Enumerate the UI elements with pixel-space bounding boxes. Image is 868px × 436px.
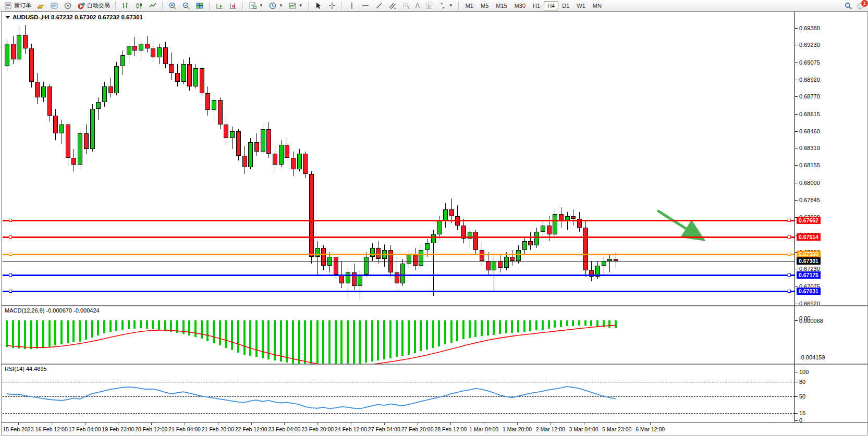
candle-bearish bbox=[449, 209, 454, 216]
timeframe-button-h4[interactable]: H4 bbox=[544, 1, 558, 10]
auto-scroll-button[interactable] bbox=[213, 1, 226, 11]
line-handle[interactable] bbox=[9, 219, 12, 222]
timeframe-button-h1[interactable]: H1 bbox=[529, 1, 544, 10]
zoom-in-button[interactable] bbox=[166, 1, 179, 11]
candle-wick bbox=[609, 254, 610, 272]
line-handle[interactable] bbox=[9, 290, 12, 293]
trendline-tool-button[interactable] bbox=[372, 1, 386, 11]
text-tool-icon: A bbox=[415, 2, 420, 9]
new-order-icon bbox=[4, 2, 13, 10]
chart-shift-button[interactable] bbox=[226, 1, 240, 11]
mt-terminal-window: 新订单 自动交易 bbox=[0, 0, 868, 436]
horizontal-line[interactable] bbox=[3, 220, 794, 221]
horizontal-line-tool-button[interactable] bbox=[359, 1, 372, 11]
zoom-out-button[interactable] bbox=[179, 1, 193, 11]
time-axis[interactable]: 15 Feb 202316 Feb 12:0017 Feb 04:0019 Fe… bbox=[2, 422, 867, 435]
candle-bearish bbox=[175, 73, 180, 82]
price-axis-label: 0.68615 bbox=[799, 111, 820, 117]
line-handle[interactable] bbox=[9, 273, 12, 277]
new-order-button[interactable]: 新订单 bbox=[2, 1, 34, 11]
line-handle[interactable] bbox=[788, 273, 791, 277]
toolbar-separator bbox=[242, 2, 243, 10]
candle-bearish bbox=[486, 261, 491, 270]
timeframe-button-m15[interactable]: M15 bbox=[492, 1, 510, 10]
crosshair-tool-button[interactable] bbox=[325, 1, 339, 11]
chart-shift-icon bbox=[229, 2, 237, 10]
timeframe-button-w1[interactable]: W1 bbox=[573, 1, 589, 10]
time-axis-tick bbox=[384, 423, 385, 425]
channel-tool-button[interactable]: E bbox=[386, 1, 399, 11]
horizontal-line[interactable] bbox=[3, 236, 794, 238]
label-tool-button[interactable]: T bbox=[422, 1, 436, 11]
data-window-icon bbox=[50, 2, 58, 10]
timeframe-button-m1[interactable]: M1 bbox=[462, 1, 477, 10]
text-tool-button[interactable]: A bbox=[413, 1, 422, 10]
time-axis-tick bbox=[584, 423, 584, 425]
search-icon[interactable] bbox=[844, 2, 852, 10]
bar-chart-button[interactable] bbox=[119, 1, 132, 11]
candle-bullish bbox=[139, 44, 143, 51]
candle-bearish bbox=[169, 64, 174, 73]
time-axis-label: 21 Feb 04:00 bbox=[168, 426, 201, 432]
new-chart-button[interactable]: ▼ bbox=[246, 1, 266, 11]
vertical-line-tool-button[interactable] bbox=[345, 1, 359, 11]
candle-wick bbox=[232, 127, 233, 149]
candle-bullish bbox=[516, 250, 521, 261]
timeframe-button-d1[interactable]: D1 bbox=[558, 1, 573, 10]
tile-windows-button[interactable] bbox=[193, 1, 206, 11]
template-button[interactable]: ▼ bbox=[286, 1, 305, 11]
chat-notification-icon[interactable]: 1 bbox=[857, 2, 865, 10]
navigator-button[interactable] bbox=[61, 1, 75, 11]
price-axis-tick bbox=[795, 148, 798, 148]
main-toolbar: 新订单 自动交易 bbox=[0, 0, 868, 11]
candle-bullish bbox=[504, 257, 509, 268]
horizontal-line[interactable] bbox=[3, 254, 794, 255]
time-axis-label: 28 Feb 12:00 bbox=[434, 426, 467, 432]
market-watch-button[interactable] bbox=[34, 1, 47, 11]
price-axis-tick bbox=[795, 28, 798, 29]
fibonacci-tool-button[interactable]: F bbox=[399, 1, 413, 11]
line-handle[interactable] bbox=[788, 235, 791, 239]
current-price-tag: 0.67301 bbox=[797, 257, 821, 265]
period-button[interactable]: ▼ bbox=[266, 1, 286, 11]
line-chart-button[interactable] bbox=[146, 1, 160, 11]
candle-bullish bbox=[90, 109, 95, 149]
line-handle[interactable] bbox=[788, 219, 791, 222]
rsi-line bbox=[2, 365, 794, 422]
time-axis-tick bbox=[517, 423, 518, 425]
macd-panel[interactable]: MACD(12,26,9) -0.000670 -0.000424 0.000.… bbox=[2, 306, 867, 364]
candle-bullish bbox=[59, 124, 64, 133]
horizontal-line[interactable] bbox=[3, 275, 794, 276]
cursor-tool-button[interactable] bbox=[312, 1, 325, 11]
line-handle[interactable] bbox=[788, 290, 791, 293]
horizontal-line[interactable] bbox=[3, 291, 794, 292]
channel-sub-glyph: E bbox=[394, 6, 396, 9]
line-handle[interactable] bbox=[9, 235, 12, 239]
line-handle[interactable] bbox=[788, 253, 791, 256]
time-axis-label: 22 Feb 12:00 bbox=[235, 426, 267, 432]
arrows-tool-button[interactable]: ▼ bbox=[436, 1, 456, 11]
time-axis-label: 5 Mar 23:00 bbox=[602, 426, 631, 432]
price-axis-tick bbox=[795, 114, 798, 115]
candle-bearish bbox=[583, 228, 588, 270]
rsi-axis-tick bbox=[795, 372, 798, 372]
tile-windows-icon bbox=[195, 2, 204, 10]
candle-bearish bbox=[309, 174, 314, 257]
candle-bearish bbox=[291, 158, 296, 169]
candlestick-button[interactable] bbox=[132, 1, 146, 11]
price-axis-label: 0.68770 bbox=[799, 93, 820, 99]
timeframe-button-m30[interactable]: M30 bbox=[511, 1, 529, 10]
chart-window: AUDUSD-,H4 0.67232 0.67302 0.67232 0.673… bbox=[1, 11, 868, 435]
data-window-button[interactable] bbox=[47, 1, 61, 11]
timeframe-button-m5[interactable]: M5 bbox=[477, 1, 492, 10]
price-axis-label: 0.68920 bbox=[799, 77, 820, 83]
time-axis-tick bbox=[151, 423, 152, 425]
price-axis-tick bbox=[795, 304, 798, 304]
autotrade-button[interactable]: 自动交易 bbox=[75, 1, 113, 11]
rsi-panel[interactable]: RSI(14) 44.4695 1008050150 bbox=[2, 365, 867, 422]
timeframe-button-mn[interactable]: MN bbox=[589, 1, 605, 10]
line-handle[interactable] bbox=[9, 253, 12, 256]
price-axis-label: 0.69075 bbox=[799, 59, 820, 66]
rsi-axis-label: 100 bbox=[799, 369, 809, 375]
price-chart-panel[interactable]: AUDUSD-,H4 0.67232 0.67302 0.67232 0.673… bbox=[2, 12, 867, 305]
